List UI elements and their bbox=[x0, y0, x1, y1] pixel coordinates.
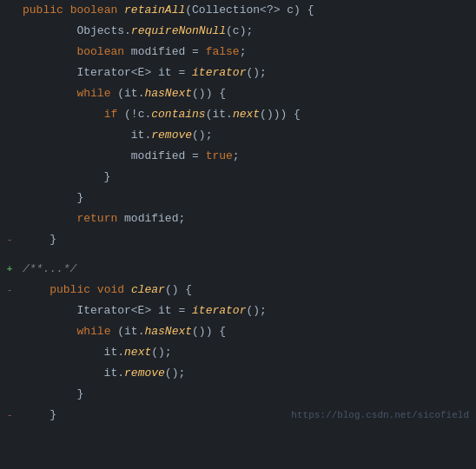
line-content-16: while (it.hasNext()) { bbox=[19, 322, 476, 341]
code-line-10: } bbox=[0, 188, 476, 208]
line-content-19: } bbox=[19, 385, 476, 404]
code-line-3: boolean modified = false; bbox=[0, 42, 476, 63]
gutter-12: - bbox=[0, 234, 19, 246]
expand-icon-1[interactable]: + bbox=[3, 263, 16, 275]
line-content-7: it.remove(); bbox=[19, 126, 476, 145]
code-editor: public boolean retainAll(Collection<?> c… bbox=[0, 0, 476, 469]
code-line-5: while (it.hasNext()) { bbox=[0, 83, 476, 104]
code-line-17: it.next(); bbox=[0, 342, 476, 363]
code-line-15: Iterator<E> it = iterator(); bbox=[0, 301, 476, 321]
code-line-6: if (!c.contains(it.next())) { bbox=[0, 104, 476, 125]
line-content-8: modified = true; bbox=[19, 147, 476, 166]
collapse-icon-2[interactable]: - bbox=[3, 284, 16, 296]
line-content-3: boolean modified = false; bbox=[19, 43, 476, 62]
gutter-13: + bbox=[0, 263, 19, 275]
separator-1 bbox=[0, 250, 476, 259]
gutter-20: - bbox=[0, 409, 19, 421]
code-line-2: Objects.requireNonNull(c); bbox=[0, 21, 476, 42]
collapse-icon-3[interactable]: - bbox=[3, 409, 16, 421]
line-content-2: Objects.requireNonNull(c); bbox=[19, 22, 476, 41]
line-content-9: } bbox=[19, 168, 476, 187]
line-content-14: public void clear() { bbox=[19, 281, 476, 300]
gutter-14: - bbox=[0, 284, 19, 296]
line-content-17: it.next(); bbox=[19, 343, 476, 362]
code-line-1: public boolean retainAll(Collection<?> c… bbox=[0, 0, 476, 21]
line-content-15: Iterator<E> it = iterator(); bbox=[19, 301, 476, 320]
code-line-12: - } bbox=[0, 229, 476, 250]
code-line-16: while (it.hasNext()) { bbox=[0, 321, 476, 342]
line-content-1: public boolean retainAll(Collection<?> c… bbox=[19, 1, 476, 20]
code-line-11: return modified; bbox=[0, 208, 476, 229]
line-content-20: } https://blog.csdn.net/sicofield bbox=[19, 406, 476, 425]
code-line-20: - } https://blog.csdn.net/sicofield bbox=[0, 405, 476, 426]
code-line-7: it.remove(); bbox=[0, 125, 476, 146]
code-line-14: - public void clear() { bbox=[0, 280, 476, 301]
line-content-10: } bbox=[19, 188, 476, 208]
line-content-6: if (!c.contains(it.next())) { bbox=[19, 105, 476, 124]
code-line-4: Iterator<E> it = iterator(); bbox=[0, 63, 476, 83]
code-line-9: } bbox=[0, 167, 476, 188]
line-content-5: while (it.hasNext()) { bbox=[19, 84, 476, 103]
line-content-18: it.remove(); bbox=[19, 364, 476, 383]
code-line-13: + /**...*/ bbox=[0, 259, 476, 280]
line-content-11: return modified; bbox=[19, 209, 476, 228]
line-content-12: } bbox=[19, 230, 476, 249]
code-line-8: modified = true; bbox=[0, 146, 476, 167]
code-line-18: it.remove(); bbox=[0, 363, 476, 384]
line-content-4: Iterator<E> it = iterator(); bbox=[19, 63, 476, 83]
collapse-icon-1[interactable]: - bbox=[3, 234, 16, 246]
line-content-13: /**...*/ bbox=[19, 260, 476, 279]
code-line-19: } bbox=[0, 384, 476, 405]
watermark-text: https://blog.csdn.net/sicofield bbox=[291, 406, 469, 425]
